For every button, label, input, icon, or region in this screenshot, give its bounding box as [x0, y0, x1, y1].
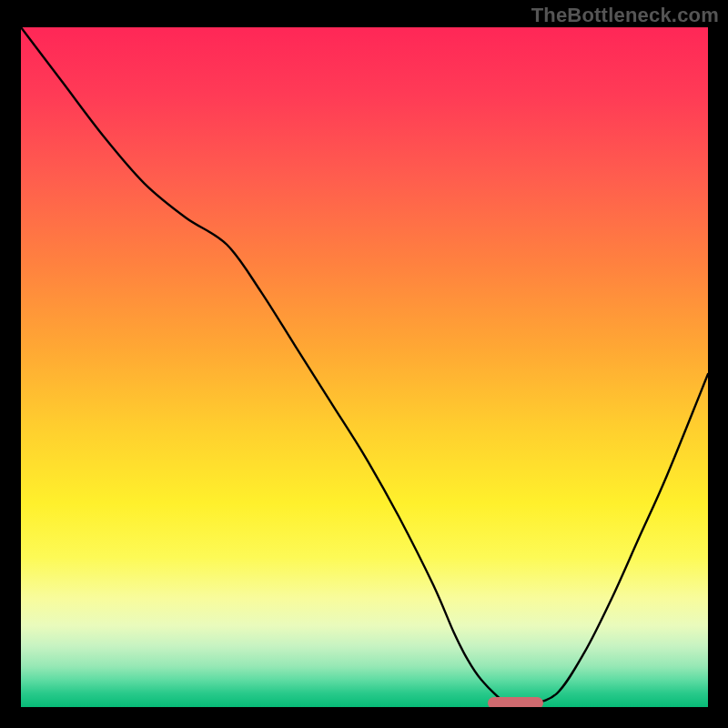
chart-frame: TheBottleneck.com	[0, 0, 728, 728]
watermark-text: TheBottleneck.com	[531, 4, 719, 27]
optimal-range-marker	[488, 697, 542, 707]
plot-area	[21, 27, 708, 707]
bottleneck-curve	[21, 27, 708, 707]
